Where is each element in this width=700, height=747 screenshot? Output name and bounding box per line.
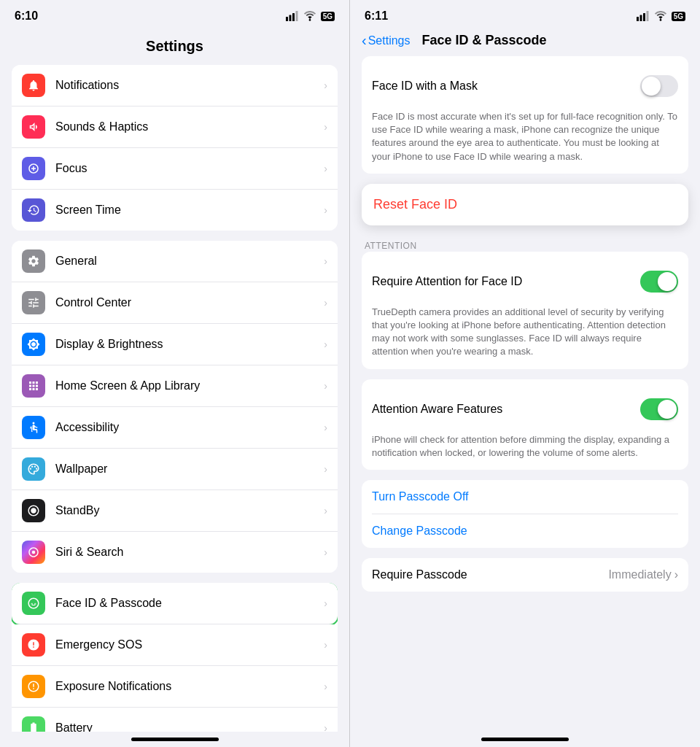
svg-rect-12 <box>639 15 642 22</box>
sos-icon <box>22 633 45 657</box>
settings-item-sounds[interactable]: Sounds & Haptics › <box>12 107 338 148</box>
standby-label: StandBy <box>55 504 318 517</box>
right-panel: 6:11 5G ‹ Settings Face ID & Passcode <box>350 0 700 747</box>
controlcenter-icon <box>22 291 45 314</box>
back-chevron-icon: ‹ <box>362 32 367 49</box>
require-passcode-value-text: Immediately <box>608 568 671 581</box>
settings-item-siri[interactable]: Siri & Search › <box>12 532 338 573</box>
svg-rect-1 <box>289 15 291 22</box>
turn-passcode-off-row[interactable]: Turn Passcode Off <box>372 480 678 514</box>
face-id-mask-desc: Face ID is most accurate when it's set u… <box>372 110 678 163</box>
svg-point-15 <box>659 19 661 21</box>
change-passcode-label: Change Passcode <box>372 525 467 537</box>
reset-face-id-group[interactable]: Reset Face ID <box>362 184 688 225</box>
require-attention-row: Require Attention for Face ID <box>372 262 678 301</box>
svg-rect-3 <box>295 11 298 21</box>
attention-aware-label: Attention Aware Features <box>372 403 502 416</box>
back-button[interactable]: ‹ Settings <box>362 32 410 49</box>
settings-item-faceid[interactable]: Face ID & Passcode › <box>12 583 338 624</box>
focus-label: Focus <box>55 162 318 175</box>
right-content: Face ID with a Mask Face ID is most accu… <box>350 56 700 732</box>
settings-item-general[interactable]: General › <box>12 241 338 282</box>
settings-item-wallpaper[interactable]: Wallpaper › <box>12 449 338 490</box>
require-passcode-row[interactable]: Require Passcode Immediately › <box>372 558 678 592</box>
notifications-chevron: › <box>324 80 327 91</box>
left-home-indicator <box>131 738 219 741</box>
face-id-mask-thumb <box>642 77 661 96</box>
accessibility-icon <box>22 416 45 439</box>
right-status-bar: 6:11 5G <box>350 0 700 32</box>
require-attention-toggle[interactable] <box>640 271 678 293</box>
passcode-group: Turn Passcode Off Change Passcode <box>362 480 688 548</box>
change-passcode-row[interactable]: Change Passcode <box>372 514 678 548</box>
face-id-mask-label: Face ID with a Mask <box>372 80 478 93</box>
attention-aware-toggle[interactable] <box>640 398 678 420</box>
svg-point-9 <box>36 468 37 470</box>
battery-label: Battery <box>55 721 318 732</box>
right-nav: ‹ Settings Face ID & Passcode <box>350 32 700 56</box>
settings-item-homescreen[interactable]: Home Screen & App Library › <box>12 365 338 407</box>
left-status-bar: 6:10 5G <box>0 0 349 32</box>
settings-item-emergencysos[interactable]: Emergency SOS › <box>12 624 338 666</box>
face-id-mask-toggle[interactable] <box>640 75 678 97</box>
attention-aware-thumb <box>658 400 677 419</box>
settings-item-notifications[interactable]: Notifications › <box>12 65 338 107</box>
wallpaper-label: Wallpaper <box>55 462 318 476</box>
settings-item-controlcenter[interactable]: Control Center › <box>12 282 338 324</box>
require-attention-group: Require Attention for Face ID TrueDepth … <box>362 252 688 369</box>
controlcenter-label: Control Center <box>55 296 318 309</box>
screentime-icon <box>22 198 45 222</box>
require-passcode-label: Require Passcode <box>372 568 467 581</box>
require-attention-label: Require Attention for Face ID <box>372 275 522 288</box>
right-wifi-icon <box>654 11 667 21</box>
left-panel: 6:10 5G Settings <box>0 0 350 747</box>
faceid-label: Face ID & Passcode <box>55 597 318 610</box>
reset-face-id-label: Reset Face ID <box>373 197 457 212</box>
svg-point-5 <box>33 422 35 425</box>
left-status-icons: 5G <box>286 11 335 21</box>
right-time: 6:11 <box>365 9 388 23</box>
right-home-indicator <box>481 738 569 741</box>
signal-icon <box>286 11 299 21</box>
attention-section-header: ATTENTION <box>362 236 688 252</box>
settings-item-focus[interactable]: Focus › <box>12 148 338 190</box>
right-network-badge: 5G <box>672 12 685 21</box>
settings-group-1: Notifications › Sounds & Haptics › Focus… <box>12 65 338 231</box>
right-signal-icon <box>637 11 650 21</box>
display-icon <box>22 333 45 356</box>
focus-icon <box>22 157 45 180</box>
screentime-chevron: › <box>324 204 327 216</box>
sounds-label: Sounds & Haptics <box>55 120 318 133</box>
network-badge: 5G <box>321 12 335 21</box>
exposure-label: Exposure Notifications <box>55 680 318 693</box>
settings-item-accessibility[interactable]: Accessibility › <box>12 407 338 449</box>
face-id-mask-group: Face ID with a Mask Face ID is most accu… <box>362 56 688 174</box>
general-icon <box>22 249 45 273</box>
notifications-icon <box>22 74 45 97</box>
require-passcode-chevron: › <box>674 568 678 581</box>
svg-point-10 <box>32 551 36 554</box>
require-attention-thumb <box>658 272 677 291</box>
settings-item-screentime[interactable]: Screen Time › <box>12 190 338 231</box>
sounds-icon <box>22 115 45 139</box>
siri-label: Siri & Search <box>55 546 318 559</box>
settings-list: Notifications › Sounds & Haptics › Focus… <box>0 65 349 732</box>
siri-icon <box>22 541 45 564</box>
emergencysos-label: Emergency SOS <box>55 638 318 651</box>
svg-rect-14 <box>646 11 648 21</box>
attention-aware-group: Attention Aware Features iPhone will che… <box>362 379 688 470</box>
homescreen-label: Home Screen & App Library <box>55 379 318 392</box>
settings-item-exposure[interactable]: Exposure Notifications › <box>12 666 338 708</box>
settings-item-display[interactable]: Display & Brightness › <box>12 324 338 365</box>
left-page-title: Settings <box>0 32 349 65</box>
attention-aware-desc: iPhone will check for attention before d… <box>372 433 678 460</box>
svg-point-4 <box>308 19 311 21</box>
require-passcode-group: Require Passcode Immediately › <box>362 558 688 592</box>
settings-group-2: General › Control Center › Display & Bri… <box>12 241 338 573</box>
settings-item-battery[interactable]: Battery › <box>12 708 338 732</box>
require-passcode-value: Immediately › <box>608 568 678 581</box>
faceid-icon <box>22 592 45 615</box>
screentime-label: Screen Time <box>55 204 318 217</box>
right-page-title: Face ID & Passcode <box>421 33 546 48</box>
settings-item-standby[interactable]: StandBy › <box>12 490 338 532</box>
